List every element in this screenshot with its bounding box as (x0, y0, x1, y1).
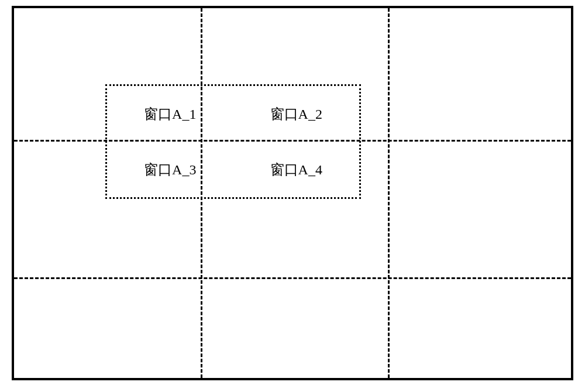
grid-vline-2 (388, 8, 390, 378)
window-a-3: 窗口A_3 (107, 142, 233, 197)
window-a-2: 窗口A_2 (233, 86, 360, 142)
outer-frame: 窗口A_1 窗口A_2 窗口A_3 窗口A_4 (12, 6, 573, 380)
grid-hline-2 (14, 277, 571, 279)
window-a-box: 窗口A_1 窗口A_2 窗口A_3 窗口A_4 (105, 84, 361, 199)
window-a-4: 窗口A_4 (233, 142, 360, 197)
window-a-1: 窗口A_1 (107, 86, 233, 142)
